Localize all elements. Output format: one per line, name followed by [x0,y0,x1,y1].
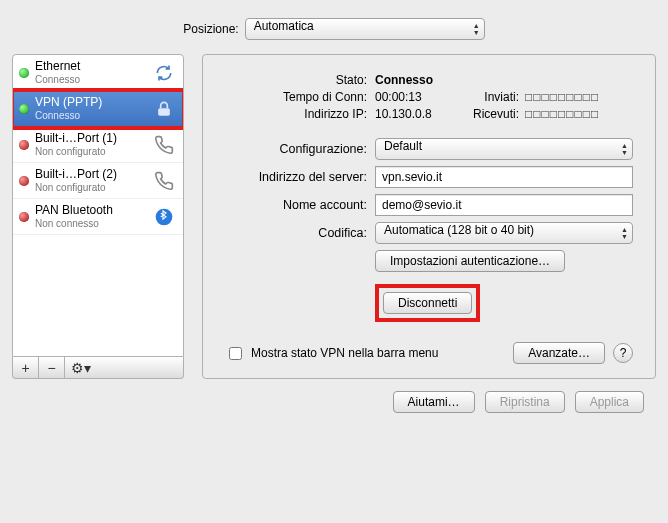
connections-list[interactable]: Ethernet Connesso VPN (PPTP) Connesso [12,54,184,357]
list-item-status: Non configurato [35,146,145,158]
list-item-label: Ethernet [35,60,145,74]
chevron-updown-icon: ▲▼ [621,142,628,156]
state-label: Stato: [225,73,375,87]
show-vpn-label: Mostra stato VPN nella barra menu [251,346,438,360]
location-select[interactable]: Automatica ▲▼ [245,18,485,40]
disconnect-highlight: Disconnetti [375,284,480,322]
encoding-select-value: Automatica (128 bit o 40 bit) [384,223,534,237]
sent-label: Inviati: [465,90,525,104]
config-label: Configurazione: [225,142,375,156]
advanced-button[interactable]: Avanzate… [513,342,605,364]
sidebar-item-ethernet[interactable]: Ethernet Connesso [13,55,183,91]
phone-icon [151,168,177,194]
config-select[interactable]: Default ▲▼ [375,138,633,160]
location-row: Posizione: Automatica ▲▼ [12,18,656,40]
sidebar-item-vpn[interactable]: VPN (PPTP) Connesso [13,91,183,127]
list-item-status: Connesso [35,110,145,122]
list-item-status: Non configurato [35,182,145,194]
list-item-status: Non connesso [35,218,145,230]
list-item-label: Built-i…Port (1) [35,132,145,146]
auth-settings-button[interactable]: Impostazioni autenticazione… [375,250,565,272]
config-select-value: Default [384,139,422,153]
network-prefs-window: Posizione: Automatica ▲▼ Ethernet Connes… [0,0,668,423]
revert-button[interactable]: Ripristina [485,391,565,413]
chevron-updown-icon: ▲▼ [473,22,480,36]
recv-label: Ricevuti: [465,107,525,121]
list-footer: + − ⚙︎▾ [12,357,184,379]
chevron-updown-icon: ▲▼ [621,226,628,240]
status-dot-icon [19,140,29,150]
assist-button[interactable]: Aiutami… [393,391,475,413]
server-label: Indirizzo del server: [225,170,375,184]
status-dot-icon [19,68,29,78]
actions-menu-button[interactable]: ⚙︎▾ [65,357,183,378]
recv-value: □□□□□□□□□ [525,107,599,121]
encoding-label: Codifica: [225,226,375,240]
server-input[interactable] [375,166,633,188]
disconnect-button[interactable]: Disconnetti [383,292,472,314]
sidebar-item-modem1[interactable]: Built-i…Port (1) Non configurato [13,127,183,163]
ip-label: Indirizzo IP: [225,107,375,121]
add-connection-button[interactable]: + [13,357,39,378]
connections-sidebar: Ethernet Connesso VPN (PPTP) Connesso [12,54,184,379]
bluetooth-icon [151,204,177,230]
remove-connection-button[interactable]: − [39,357,65,378]
list-item-label: VPN (PPTP) [35,96,145,110]
phone-icon [151,132,177,158]
status-dot-icon [19,176,29,186]
show-vpn-checkbox-row[interactable]: Mostra stato VPN nella barra menu [225,344,438,363]
show-vpn-checkbox[interactable] [229,347,242,360]
account-input[interactable] [375,194,633,216]
location-label: Posizione: [183,22,238,36]
ip-value: 10.130.0.8 [375,107,465,121]
account-label: Nome account: [225,198,375,212]
state-value: Connesso [375,73,465,87]
sync-icon [151,60,177,86]
list-item-label: PAN Bluetooth [35,204,145,218]
list-item-status: Connesso [35,74,145,86]
sidebar-item-modem2[interactable]: Built-i…Port (2) Non configurato [13,163,183,199]
list-item-label: Built-i…Port (2) [35,168,145,182]
conntime-label: Tempo di Conn: [225,90,375,104]
detail-pane: Stato: Connesso Tempo di Conn: 00:00:13 … [202,54,656,379]
lock-icon [151,96,177,122]
help-button[interactable]: ? [613,343,633,363]
sidebar-item-bluetooth[interactable]: PAN Bluetooth Non connesso [13,199,183,235]
location-select-value: Automatica [254,19,314,33]
status-dot-icon [19,212,29,222]
svg-rect-0 [158,108,170,116]
bottom-buttons: Aiutami… Ripristina Applica [12,391,656,413]
conntime-value: 00:00:13 [375,90,465,104]
apply-button[interactable]: Applica [575,391,644,413]
status-dot-icon [19,104,29,114]
sent-value: □□□□□□□□□ [525,90,599,104]
encoding-select[interactable]: Automatica (128 bit o 40 bit) ▲▼ [375,222,633,244]
